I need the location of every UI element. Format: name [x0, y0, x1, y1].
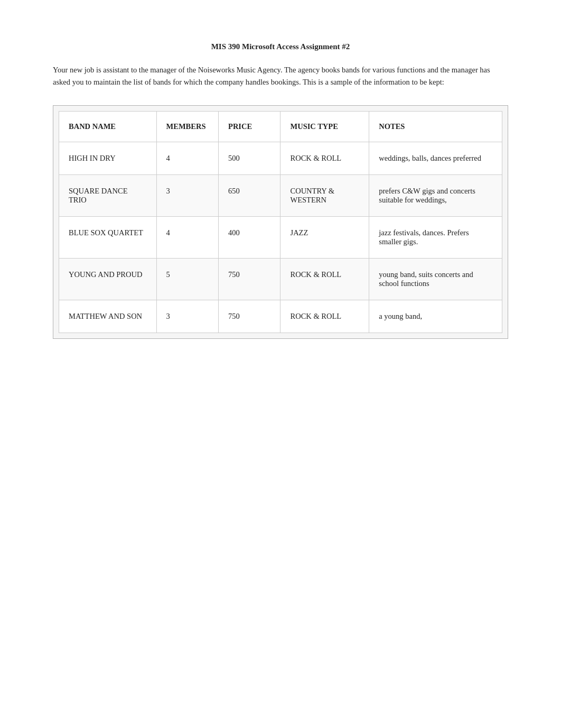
cell-band-name: BLUE SOX QUARTET: [59, 217, 157, 259]
cell-music-type: ROCK & ROLL: [280, 259, 369, 300]
header-price: PRICE: [219, 112, 280, 142]
data-table-wrapper: BAND NAME MEMBERS PRICE MUSIC TYPE NOTES…: [53, 105, 508, 339]
table-header-row: BAND NAME MEMBERS PRICE MUSIC TYPE NOTES: [59, 112, 502, 142]
table-row: BLUE SOX QUARTET4400JAZZjazz festivals, …: [59, 217, 502, 259]
cell-members: 3: [156, 175, 218, 217]
cell-band-name: YOUNG AND PROUD: [59, 259, 157, 300]
table-row: HIGH IN DRY4500ROCK & ROLLweddings, ball…: [59, 142, 502, 175]
table-row: YOUNG AND PROUD5750ROCK & ROLLyoung band…: [59, 259, 502, 300]
cell-music-type: ROCK & ROLL: [280, 142, 369, 175]
cell-notes: weddings, balls, dances preferred: [369, 142, 502, 175]
cell-band-name: MATTHEW AND SON: [59, 300, 157, 333]
cell-members: 3: [156, 300, 218, 333]
cell-price: 750: [219, 259, 280, 300]
header-band-name: BAND NAME: [59, 112, 157, 142]
cell-notes: prefers C&W gigs and concerts suitable f…: [369, 175, 502, 217]
bands-table: BAND NAME MEMBERS PRICE MUSIC TYPE NOTES…: [59, 111, 502, 333]
cell-price: 400: [219, 217, 280, 259]
header-music-type: MUSIC TYPE: [280, 112, 369, 142]
cell-music-type: COUNTRY & WESTERN: [280, 175, 369, 217]
cell-price: 500: [219, 142, 280, 175]
cell-members: 4: [156, 217, 218, 259]
cell-notes: young band, suits concerts and school fu…: [369, 259, 502, 300]
cell-notes: jazz festivals, dances. Prefers smaller …: [369, 217, 502, 259]
cell-music-type: JAZZ: [280, 217, 369, 259]
cell-notes: a young band,: [369, 300, 502, 333]
cell-band-name: SQUARE DANCE TRIO: [59, 175, 157, 217]
intro-paragraph: Your new job is assistant to the manager…: [53, 64, 508, 88]
cell-band-name: HIGH IN DRY: [59, 142, 157, 175]
header-notes: NOTES: [369, 112, 502, 142]
table-row: SQUARE DANCE TRIO3650COUNTRY & WESTERNpr…: [59, 175, 502, 217]
cell-price: 650: [219, 175, 280, 217]
cell-members: 5: [156, 259, 218, 300]
cell-price: 750: [219, 300, 280, 333]
page-title: MIS 390 Microsoft Access Assignment #2: [53, 42, 508, 51]
cell-members: 4: [156, 142, 218, 175]
header-members: MEMBERS: [156, 112, 218, 142]
cell-music-type: ROCK & ROLL: [280, 300, 369, 333]
table-row: MATTHEW AND SON3750ROCK & ROLLa young ba…: [59, 300, 502, 333]
